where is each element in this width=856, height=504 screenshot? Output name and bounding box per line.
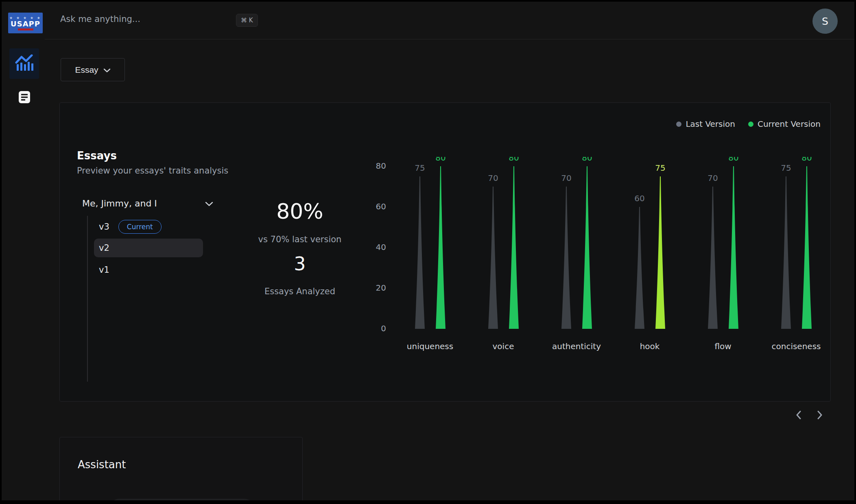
svg-text:authenticity: authenticity xyxy=(552,341,601,351)
topbar-divider xyxy=(45,39,854,39)
svg-text:60: 60 xyxy=(634,193,644,203)
legend-dot-gray xyxy=(676,122,681,127)
essay-type-dropdown[interactable]: Essay xyxy=(61,58,125,81)
card-subtitle: Preview your essays' traits analysis xyxy=(77,166,228,176)
chevron-right-icon[interactable] xyxy=(812,407,828,423)
version-row-v3[interactable]: v3 Current xyxy=(99,220,162,234)
chevron-down-icon xyxy=(205,198,213,209)
chevron-left-icon[interactable] xyxy=(791,407,806,423)
svg-text:80: 80 xyxy=(435,157,445,163)
essays-analysis-card: Last Version Current Version Essays Prev… xyxy=(59,102,831,402)
current-version-badge: Current xyxy=(118,220,162,234)
svg-text:70: 70 xyxy=(561,173,571,183)
svg-text:75: 75 xyxy=(415,163,425,173)
bar-chart-trend-icon xyxy=(15,54,34,73)
svg-text:hook: hook xyxy=(640,341,660,351)
keyboard-shortcut-badge: ⌘ K xyxy=(236,14,258,27)
score-comparison: vs 70% last version xyxy=(258,235,342,244)
sidebar-item-notes[interactable] xyxy=(9,88,39,108)
svg-text:75: 75 xyxy=(655,163,665,173)
essay-selector[interactable]: Me, Jimmy, and I xyxy=(82,196,213,210)
versions-tree-line xyxy=(87,216,88,382)
legend-label: Last Version xyxy=(686,119,735,129)
logo-stars: ★ ★ ★ ★ ★ xyxy=(9,16,41,20)
essays-count: 3 xyxy=(294,253,306,274)
legend-dot-green xyxy=(748,122,753,127)
card-title: Essays xyxy=(77,150,117,162)
legend-item-last-version: Last Version xyxy=(676,119,735,129)
current-score: 80% xyxy=(276,200,323,223)
svg-text:conciseness: conciseness xyxy=(771,341,821,351)
version-label: v3 xyxy=(99,222,109,232)
chevron-down-icon xyxy=(103,65,111,75)
svg-text:40: 40 xyxy=(376,242,386,252)
svg-text:75: 75 xyxy=(781,163,791,173)
svg-text:80: 80 xyxy=(582,157,592,163)
version-label: v1 xyxy=(99,265,109,275)
version-label: v2 xyxy=(99,243,109,253)
assistant-title: Assistant xyxy=(78,458,126,471)
assistant-input-bubble[interactable] xyxy=(108,499,255,500)
logo-text: USAPP xyxy=(11,20,40,28)
app-logo[interactable]: ★ ★ ★ ★ ★ USAPP xyxy=(8,13,43,33)
logo-red-bar xyxy=(18,28,33,30)
user-avatar[interactable]: S xyxy=(812,9,838,34)
carousel-pager xyxy=(791,407,828,423)
svg-text:80: 80 xyxy=(728,157,738,163)
svg-text:voice: voice xyxy=(493,341,514,351)
stats-summary: 80% vs 70% last version 3 Essays Analyze… xyxy=(235,200,365,296)
sidebar-item-analytics[interactable] xyxy=(9,48,39,79)
version-row-v1[interactable]: v1 xyxy=(94,261,203,278)
legend-label: Current Version xyxy=(758,119,821,129)
svg-text:70: 70 xyxy=(488,173,498,183)
assistant-panel: Assistant xyxy=(59,437,303,500)
essay-selector-value: Me, Jimmy, and I xyxy=(82,198,157,209)
svg-text:80: 80 xyxy=(376,161,386,171)
svg-text:60: 60 xyxy=(376,202,386,211)
svg-text:80: 80 xyxy=(509,157,519,163)
search-input[interactable]: Ask me anything... xyxy=(60,14,140,24)
svg-text:20: 20 xyxy=(376,283,386,293)
essays-count-label: Essays Analyzed xyxy=(264,287,335,296)
svg-text:uniqueness: uniqueness xyxy=(407,341,453,351)
chart-legend: Last Version Current Version xyxy=(676,119,821,129)
app-window: ★ ★ ★ ★ ★ USAPP Ask me anything... ⌘ K S xyxy=(2,2,854,500)
svg-text:0: 0 xyxy=(381,324,386,333)
svg-text:flow: flow xyxy=(714,341,731,351)
legend-item-current-version: Current Version xyxy=(748,119,821,129)
version-row-v2[interactable]: v2 xyxy=(94,239,203,257)
notes-icon xyxy=(18,91,31,105)
svg-text:70: 70 xyxy=(708,173,718,183)
svg-text:80: 80 xyxy=(801,157,812,163)
traits-chart: 8060402007580uniqueness7080voice7080auth… xyxy=(367,157,834,364)
essay-type-label: Essay xyxy=(75,65,98,75)
